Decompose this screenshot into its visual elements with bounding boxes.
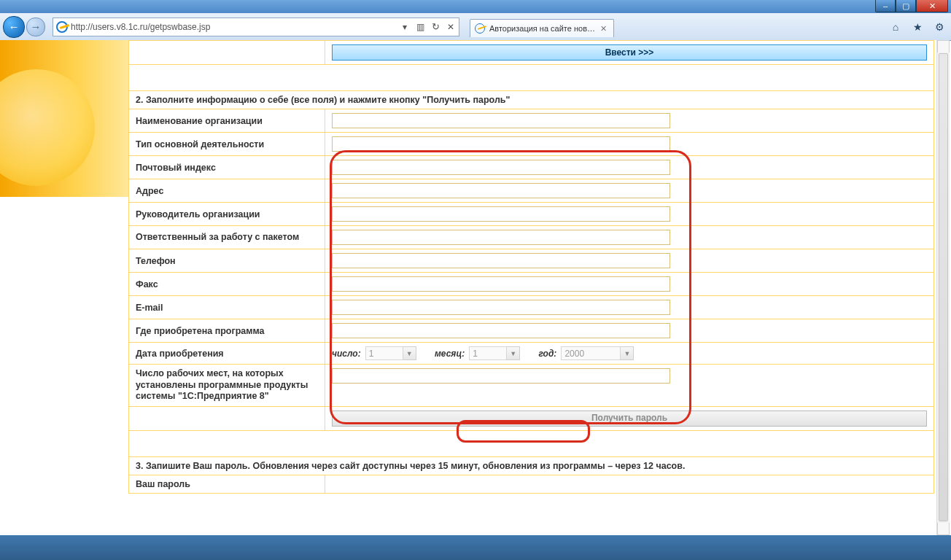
home-icon[interactable]: ⌂ bbox=[890, 21, 901, 33]
section2-heading: 2. Заполните информацию о себе (все поля… bbox=[129, 91, 934, 109]
window-minimize-button[interactable]: – bbox=[875, 0, 896, 12]
label-org: Наименование организации bbox=[129, 109, 325, 133]
input-activity[interactable] bbox=[332, 136, 670, 152]
addressbar-dropdown-icon[interactable]: ▾ bbox=[400, 22, 410, 32]
scrollbar-up-button[interactable] bbox=[937, 40, 950, 52]
chevron-down-icon[interactable]: ▼ bbox=[507, 346, 520, 360]
label-activity: Тип основной деятельности bbox=[129, 133, 325, 156]
input-email[interactable] bbox=[332, 300, 670, 315]
taskbar bbox=[0, 535, 951, 560]
get-password-button[interactable]: Получить пароль bbox=[332, 411, 927, 427]
label-phone: Телефон bbox=[129, 249, 325, 273]
input-bought-where[interactable] bbox=[332, 323, 670, 338]
compat-view-icon[interactable]: ▥ bbox=[415, 22, 425, 32]
input-zip[interactable] bbox=[332, 160, 670, 175]
window-titlebar: – ▢ ✕ bbox=[0, 0, 951, 13]
input-org[interactable] bbox=[332, 113, 670, 128]
input-seats[interactable] bbox=[332, 368, 670, 384]
label-month: месяц: bbox=[435, 349, 465, 359]
input-head[interactable] bbox=[332, 206, 670, 222]
get-password-label: Получить пароль bbox=[586, 412, 673, 424]
tab-title: Авторизация на сайте нов… bbox=[489, 24, 598, 33]
main-content: Ввести >>> 2. Заполните информацию о себ… bbox=[128, 40, 934, 494]
settings-gear-icon[interactable]: ⚙ bbox=[933, 21, 945, 33]
input-fax[interactable] bbox=[332, 276, 670, 292]
enter-button-cell: Ввести >>> bbox=[325, 41, 934, 65]
empty-label-cell bbox=[129, 41, 325, 65]
select-month[interactable]: 1 bbox=[469, 346, 507, 360]
favorites-icon[interactable]: ★ bbox=[912, 21, 923, 33]
label-head: Руководитель организации bbox=[129, 203, 325, 226]
label-responsible: Ответственный за работу с пакетом bbox=[129, 226, 325, 249]
enter-button[interactable]: Ввести >>> bbox=[332, 44, 927, 61]
refresh-icon[interactable]: ↻ bbox=[430, 21, 440, 32]
left-decor-band bbox=[0, 40, 130, 197]
label-year: год: bbox=[539, 349, 557, 359]
browser-toolbar: ← → http://users.v8.1c.ru/getpswbase.jsp… bbox=[0, 13, 951, 41]
chevron-down-icon[interactable]: ▼ bbox=[621, 346, 634, 360]
tab-strip: Авторизация на сайте нов… ✕ bbox=[470, 16, 614, 37]
forward-button[interactable]: → bbox=[26, 18, 45, 36]
label-fax: Факс bbox=[129, 273, 325, 296]
input-address[interactable] bbox=[332, 183, 670, 198]
label-your-password: Ваш пароль bbox=[129, 475, 325, 493]
label-address: Адрес bbox=[129, 179, 325, 203]
input-phone[interactable] bbox=[332, 253, 670, 268]
back-button[interactable]: ← bbox=[3, 16, 25, 38]
label-day: число: bbox=[332, 349, 361, 359]
scrollbar-down-button[interactable] bbox=[937, 523, 950, 535]
select-year[interactable]: 2000 bbox=[561, 346, 621, 360]
vertical-scrollbar[interactable] bbox=[936, 40, 950, 535]
browser-right-tools: ⌂ ★ ⚙ bbox=[890, 21, 945, 33]
label-purchase-date: Дата приобретения bbox=[129, 343, 325, 365]
scrollbar-thumb[interactable] bbox=[939, 53, 948, 521]
browser-chrome: – ▢ ✕ ← → http://users.v8.1c.ru/getpswba… bbox=[0, 0, 951, 40]
section3-heading: 3. Запишите Ваш пароль. Обновления через… bbox=[129, 456, 934, 475]
tab-active[interactable]: Авторизация на сайте нов… ✕ bbox=[470, 19, 614, 37]
label-email: E-mail bbox=[129, 296, 325, 319]
ie-icon bbox=[475, 23, 485, 34]
label-zip: Почтовый индекс bbox=[129, 156, 325, 179]
your-password-cell bbox=[325, 475, 934, 493]
address-bar-text: http://users.v8.1c.ru/getpswbase.jsp bbox=[71, 22, 400, 32]
window-close-button[interactable]: ✕ bbox=[916, 0, 948, 12]
address-bar[interactable]: http://users.v8.1c.ru/getpswbase.jsp ▾ ▥… bbox=[53, 18, 459, 36]
label-bought-where: Где приобретена программа bbox=[129, 319, 325, 343]
page-viewport: Ввести >>> 2. Заполните информацию о себ… bbox=[0, 40, 950, 535]
input-responsible[interactable] bbox=[332, 230, 670, 245]
select-day[interactable]: 1 bbox=[365, 346, 403, 360]
chevron-down-icon[interactable]: ▼ bbox=[403, 346, 416, 360]
label-seats: Число рабочих мест, на которых установле… bbox=[129, 365, 325, 407]
ie-icon bbox=[56, 21, 68, 33]
tab-close-icon[interactable]: ✕ bbox=[598, 24, 609, 34]
date-row: число: 1 ▼ месяц: 1 ▼ год: 2000 ▼ bbox=[325, 343, 934, 365]
empty-label-cell bbox=[129, 406, 325, 430]
stop-icon[interactable]: ✕ bbox=[446, 22, 456, 32]
address-bar-tools: ▾ ▥ ↻ ✕ bbox=[400, 21, 459, 32]
window-maximize-button[interactable]: ▢ bbox=[896, 0, 916, 12]
